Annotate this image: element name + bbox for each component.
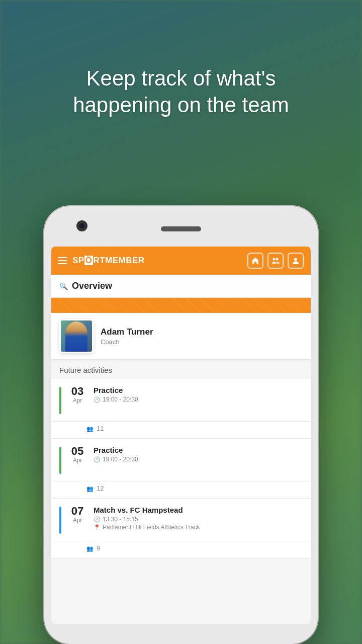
activity-date: 03 Apr [68, 386, 86, 404]
activity-time: 19:00 - 20:30 [94, 396, 303, 403]
activity-item[interactable]: 05 Apr Practice 19:00 - 20:30 [51, 439, 311, 481]
hero-title: Keep track of what's happening on the te… [0, 65, 362, 118]
people-icon [86, 425, 94, 432]
date-day: 07 [68, 506, 86, 517]
activity-item[interactable]: 03 Apr Practice 19:00 - 20:30 [51, 379, 311, 422]
team-icon-btn[interactable] [267, 253, 284, 269]
activity-time: 13:30 - 15:15 [94, 516, 303, 523]
date-day: 05 [68, 446, 86, 457]
date-day: 03 [68, 386, 86, 397]
date-month: Apr [68, 457, 86, 464]
profile-role: Coach [101, 338, 303, 346]
pin-icon [94, 524, 101, 531]
attendees-row: 11 [51, 422, 311, 439]
activity-name: Practice [94, 446, 303, 454]
activity-location: Parliament Hill Fields Athletics Track [94, 524, 303, 531]
svg-point-0 [273, 258, 276, 261]
people-icon [86, 485, 94, 492]
activity-bar-green [59, 447, 61, 474]
activity-content: Match vs. FC Hampstead 13:30 - 15:15 Par… [94, 506, 303, 531]
activity-item[interactable]: 07 Apr Match vs. FC Hampstead 13:30 - 15… [51, 499, 311, 541]
hero-section: Keep track of what's happening on the te… [0, 65, 362, 118]
svg-point-1 [276, 258, 279, 261]
activities-section: Future activities 03 Apr Practice 19:00 … [51, 360, 311, 558]
home-icon-btn[interactable] [247, 253, 263, 269]
clock-icon [94, 456, 101, 463]
activities-header: Future activities [51, 360, 311, 379]
app-header: SPÖRTMEMBER [51, 247, 311, 275]
activity-date: 07 Apr [68, 506, 86, 524]
activity-date: 05 Apr [68, 446, 86, 464]
title-highlight: Ö [84, 256, 94, 265]
attendees-row: 12 [51, 481, 311, 499]
date-month: Apr [68, 397, 86, 404]
profile-icon-btn[interactable] [288, 253, 304, 269]
activity-name: Match vs. FC Hampstead [94, 506, 303, 514]
search-icon: 🔍 [59, 282, 68, 290]
svg-point-2 [294, 258, 297, 261]
hero-line2: happening on the team [73, 93, 289, 117]
hamburger-icon[interactable] [58, 257, 67, 264]
clock-icon [94, 516, 101, 523]
header-icons [247, 253, 304, 269]
attendees-count: 9 [97, 544, 100, 552]
phone-screen: SPÖRTMEMBER [51, 247, 311, 624]
activity-content: Practice 19:00 - 20:30 [94, 446, 303, 464]
camera-lens [79, 223, 84, 228]
people-icon [86, 544, 94, 552]
phone-speaker [161, 226, 201, 231]
clock-icon [94, 396, 101, 403]
hero-line1: Keep track of what's [86, 66, 276, 90]
date-month: Apr [68, 517, 86, 524]
attendees-count: 11 [97, 425, 104, 432]
avatar [59, 319, 94, 353]
phone-frame: SPÖRTMEMBER [44, 206, 318, 644]
profile-card[interactable]: Adam Turner Coach [51, 313, 311, 360]
activity-bar-green [59, 387, 61, 414]
activity-time: 19:00 - 20:30 [94, 456, 303, 463]
activity-content: Practice 19:00 - 20:30 [94, 386, 303, 404]
phone-camera [76, 220, 87, 231]
attendees-count: 12 [97, 485, 104, 492]
overview-bar: 🔍 Overview [51, 275, 311, 298]
activity-name: Practice [94, 386, 303, 394]
profile-name: Adam Turner [101, 327, 303, 337]
activities-title: Future activities [59, 366, 112, 374]
overview-title: Overview [72, 281, 112, 291]
activity-bar-blue [59, 507, 61, 534]
avatar-body [65, 321, 87, 352]
app-title: SPÖRTMEMBER [72, 256, 145, 266]
attendees-row: 9 [51, 541, 311, 558]
profile-info: Adam Turner Coach [101, 327, 303, 346]
header-left: SPÖRTMEMBER [58, 256, 145, 266]
